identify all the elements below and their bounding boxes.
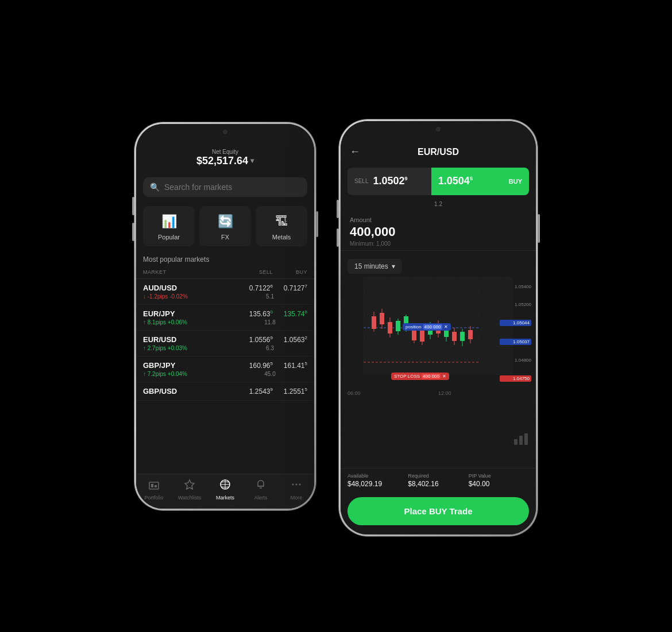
popular-label: Popular bbox=[158, 234, 180, 241]
position-price2-tag: 1.05037 bbox=[500, 339, 531, 345]
svg-rect-2 bbox=[155, 485, 157, 487]
watchlists-icon bbox=[184, 479, 195, 493]
market-table-header: MARKET SELL BUY bbox=[136, 266, 314, 279]
fx-icon: 🔄 bbox=[218, 214, 233, 229]
back-button[interactable]: ← bbox=[350, 146, 360, 158]
price-sell-gbpjpy: 160.965 bbox=[233, 361, 273, 370]
chart-toggle-icon[interactable] bbox=[512, 429, 530, 449]
power-btn-left[interactable] bbox=[316, 211, 318, 237]
amount-value[interactable]: 400,000 bbox=[350, 224, 527, 239]
change-audusd: ↓ -1.2pips -0.02% bbox=[143, 293, 233, 300]
chevron-down-icon[interactable]: ▾ bbox=[250, 157, 254, 165]
chart-time-labels: 06:00 12:00 bbox=[341, 389, 536, 397]
col-sell-header: SELL bbox=[233, 269, 273, 275]
nav-watchlists-label: Watchlists bbox=[178, 495, 202, 501]
stat-available: Available $48,029.19 bbox=[347, 473, 408, 488]
popular-icon: 📊 bbox=[161, 214, 177, 229]
svg-point-8 bbox=[296, 483, 298, 485]
price-buy-gbpjpy: 161.415 bbox=[273, 361, 307, 370]
price-bar: SELL 1.05029 1.05045 BUY bbox=[347, 168, 529, 195]
market-row-eurjpy[interactable]: EUR/JPY 135.630 135.748 ↑ 8.1pips +0.06%… bbox=[136, 305, 314, 331]
left-phone: Net Equity $52,517.64 ▾ 🔍 Search for mar… bbox=[134, 122, 316, 510]
time-label-1200: 12:00 bbox=[438, 390, 529, 396]
nav-portfolio-label: Portfolio bbox=[144, 495, 163, 501]
phones-container: Net Equity $52,517.64 ▾ 🔍 Search for mar… bbox=[134, 96, 538, 536]
search-placeholder: Search for markets bbox=[164, 183, 232, 192]
net-equity-value: $52,517.64 ▾ bbox=[196, 155, 254, 167]
nav-alerts[interactable]: Alerts bbox=[243, 479, 279, 501]
change-eurjpy: ↑ 8.1pips +0.06% bbox=[143, 319, 233, 325]
stop-loss-tag[interactable]: STOP LOSS 400 000 ✕ bbox=[391, 373, 449, 380]
price-labels-column: 1.05400 1.05200 1.05044 1.05037 1.04800 … bbox=[500, 277, 531, 389]
category-fx[interactable]: 🔄 FX bbox=[199, 206, 251, 246]
amount-section: Amount 400,000 Minimum: 1,000 bbox=[341, 212, 536, 251]
svg-point-9 bbox=[299, 483, 301, 485]
vol-up-right[interactable] bbox=[337, 200, 339, 218]
nav-more-label: More bbox=[291, 495, 303, 501]
search-bar[interactable]: 🔍 Search for markets bbox=[143, 177, 307, 197]
vol-down-btn[interactable] bbox=[132, 223, 134, 241]
price-sell-eurusd: 1.05569 bbox=[233, 335, 273, 344]
category-popular[interactable]: 📊 Popular bbox=[143, 206, 195, 246]
market-name-audusd: AUD/USD bbox=[143, 284, 233, 292]
nav-watchlists[interactable]: Watchlists bbox=[172, 479, 207, 501]
position-tag[interactable]: position 400 000 ✕ bbox=[403, 323, 451, 331]
svg-rect-25 bbox=[396, 321, 400, 331]
market-name-gbpjpy: GBP/JPY bbox=[143, 361, 233, 370]
svg-rect-31 bbox=[420, 330, 424, 342]
more-icon bbox=[291, 479, 302, 493]
market-row-audusd[interactable]: AUD/USD 0.71226 0.71277 ↓ -1.2pips -0.02… bbox=[136, 279, 314, 305]
price-buy-eurusd: 1.05632 bbox=[273, 335, 307, 344]
nav-more[interactable]: More bbox=[279, 479, 314, 501]
spread-eurjpy: 11.8 bbox=[233, 319, 307, 325]
svg-rect-21 bbox=[380, 313, 384, 324]
stat-required: Required $8,402.16 bbox=[408, 473, 468, 488]
market-row-eurusd[interactable]: EUR/USD 1.05569 1.05632 ↑ 2.7pips +0.03%… bbox=[136, 331, 314, 356]
chart-timeframe[interactable]: 15 minutes ▾ bbox=[347, 259, 402, 274]
spread-gbpjpy: 45.0 bbox=[233, 371, 307, 377]
buy-side[interactable]: 1.05045 BUY bbox=[431, 168, 529, 195]
market-name-eurjpy: EUR/JPY bbox=[143, 309, 233, 318]
time-label-0600: 06:00 bbox=[347, 390, 438, 396]
svg-rect-44 bbox=[514, 439, 517, 445]
price-sell-audusd: 0.71226 bbox=[233, 284, 273, 292]
camera-left bbox=[223, 130, 227, 134]
amount-label: Amount bbox=[350, 216, 527, 223]
svg-point-7 bbox=[292, 483, 294, 485]
sell-label: SELL bbox=[354, 178, 368, 184]
svg-rect-43 bbox=[468, 330, 473, 339]
change-gbpjpy: ↑ 7.2pips +0.04% bbox=[143, 371, 233, 377]
nav-portfolio[interactable]: Portfolio bbox=[136, 479, 172, 501]
nav-markets[interactable]: Markets bbox=[207, 479, 243, 501]
market-row-gbpusd[interactable]: GBP/USD 1.25439 1.25515 bbox=[136, 382, 314, 401]
trade-header: ← EUR/USD bbox=[341, 141, 536, 163]
svg-rect-23 bbox=[388, 322, 392, 334]
power-btn-right[interactable] bbox=[538, 214, 540, 243]
search-icon: 🔍 bbox=[150, 183, 160, 192]
category-metals[interactable]: 🏗 Metals bbox=[256, 206, 307, 246]
svg-rect-19 bbox=[372, 316, 376, 329]
spread-audusd: 5.1 bbox=[233, 293, 307, 300]
market-name-eurusd: EUR/USD bbox=[143, 335, 233, 344]
vol-up-btn[interactable] bbox=[132, 197, 134, 215]
available-value: $48,029.19 bbox=[347, 480, 408, 488]
metals-icon: 🏗 bbox=[275, 214, 288, 229]
portfolio-icon bbox=[148, 479, 160, 493]
chart-container: 15 minutes ▾ bbox=[341, 255, 536, 468]
stat-pip: PIP Value $40.00 bbox=[469, 473, 529, 488]
metals-label: Metals bbox=[272, 234, 291, 241]
market-row-gbpjpy[interactable]: GBP/JPY 160.965 161.415 ↑ 7.2pips +0.04%… bbox=[136, 356, 314, 382]
sell-side[interactable]: SELL 1.05029 bbox=[347, 168, 431, 195]
amount-min: Minimum: 1,000 bbox=[350, 241, 527, 247]
notch-left bbox=[194, 124, 257, 140]
vol-down-right[interactable] bbox=[337, 228, 339, 247]
sell-price: 1.05029 bbox=[373, 175, 407, 187]
svg-rect-0 bbox=[149, 482, 159, 489]
svg-rect-1 bbox=[151, 484, 153, 487]
price-buy-eurjpy: 135.748 bbox=[273, 309, 307, 318]
place-trade-button[interactable]: Place BUY Trade bbox=[347, 497, 529, 525]
camera-right bbox=[436, 127, 441, 131]
right-phone: ← EUR/USD SELL 1.05029 1.05045 BUY bbox=[339, 119, 538, 536]
col-buy-header: BUY bbox=[273, 269, 307, 275]
pip-label: PIP Value bbox=[469, 473, 529, 479]
